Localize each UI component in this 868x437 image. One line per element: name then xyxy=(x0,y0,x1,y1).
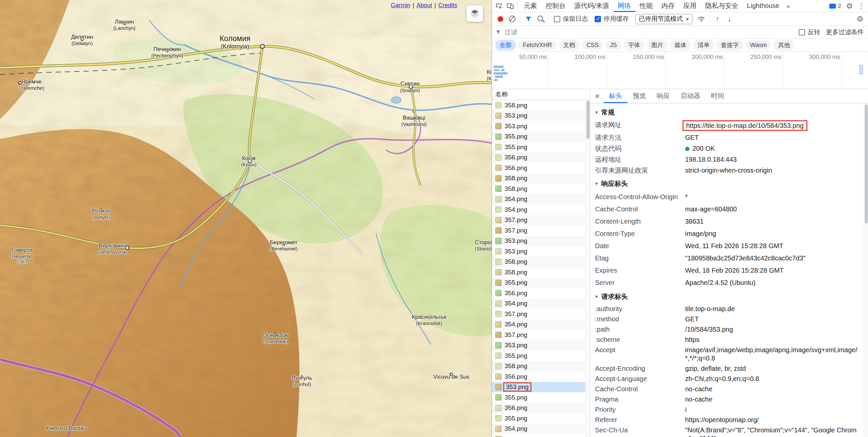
devtools-tab[interactable]: 网络 xyxy=(614,0,636,12)
devtools-menu-kebab-icon[interactable]: ⋮ xyxy=(856,1,867,11)
map-attribution-link[interactable]: Garmin xyxy=(391,2,410,9)
network-request-row[interactable]: 354.png xyxy=(492,299,590,309)
request-type-chip[interactable]: 图片 xyxy=(647,40,668,50)
devtools-tab[interactable]: 控制台 xyxy=(541,0,570,12)
network-request-row[interactable]: 356.png xyxy=(492,403,590,413)
response-headers-section-header[interactable]: ▼ 响应标头 xyxy=(590,176,868,191)
network-request-row[interactable]: 355.png xyxy=(492,413,590,424)
request-headers-section-header[interactable]: ▼ 请求标头 xyxy=(590,289,868,304)
network-request-row[interactable]: 354.png xyxy=(492,319,590,330)
details-tab[interactable]: 标头 xyxy=(603,89,627,103)
import-har-icon[interactable]: ↑ xyxy=(712,13,723,24)
inspect-element-icon[interactable] xyxy=(493,1,504,11)
request-type-chip[interactable]: 媒体 xyxy=(670,40,691,50)
preserve-log-checkbox[interactable] xyxy=(554,16,560,22)
details-tab[interactable]: 启动器 xyxy=(675,89,706,103)
network-request-row[interactable]: 357.png xyxy=(492,330,590,340)
issues-counter[interactable]: 2 xyxy=(827,3,843,10)
request-list-scrollbar[interactable] xyxy=(585,100,590,437)
network-request-row[interactable]: 358.png xyxy=(492,173,590,184)
network-overview-timeline[interactable]: 50,000 ms100,000 ms150,000 ms200,000 ms2… xyxy=(492,52,868,89)
network-request-row[interactable]: 353.png xyxy=(492,111,590,121)
network-request-row[interactable]: 355.png xyxy=(492,131,590,142)
request-type-chip[interactable]: CSS xyxy=(582,40,603,50)
devtools-tab[interactable]: 内存 xyxy=(657,0,679,12)
map-attribution-link[interactable]: Credits xyxy=(434,2,457,9)
network-request-row[interactable]: 358.png xyxy=(492,267,590,278)
network-request-row[interactable]: 354.png xyxy=(492,424,590,434)
layers-control-button[interactable] xyxy=(466,5,483,22)
map-attribution-link[interactable]: About xyxy=(413,2,432,9)
preserve-log-toggle[interactable]: 保留日志 xyxy=(554,14,588,23)
scrollbar-thumb[interactable] xyxy=(865,104,868,224)
network-settings-gear-icon[interactable]: ⚙ xyxy=(855,13,866,24)
network-conditions-button[interactable] xyxy=(696,13,707,24)
details-tab[interactable]: 时间 xyxy=(706,89,730,103)
clear-network-log-button[interactable] xyxy=(506,13,518,24)
devtools-tab[interactable]: 性能 xyxy=(636,0,657,12)
request-type-chip[interactable]: 文档 xyxy=(559,40,580,50)
topo-map-canvas[interactable] xyxy=(0,0,492,437)
network-request-row[interactable]: 357.png xyxy=(492,215,590,226)
more-filters-button[interactable]: 更多过滤条件 xyxy=(826,28,864,36)
disable-cache-checkbox[interactable] xyxy=(595,16,601,22)
map-pane[interactable]: GarminAboutCredits Ланчин (Lanchyn) Деля… xyxy=(0,0,492,437)
details-tab[interactable]: 预览 xyxy=(627,89,651,103)
network-request-row[interactable]: 353.png xyxy=(492,121,590,131)
network-request-row[interactable]: 355.png xyxy=(492,278,590,288)
network-request-row[interactable]: 356.png xyxy=(492,152,590,163)
throttling-select[interactable]: 已停用节流模式 ▾ xyxy=(635,14,692,24)
invert-checkbox[interactable] xyxy=(799,29,805,35)
network-request-row[interactable]: 358.png xyxy=(492,257,590,268)
network-request-row[interactable]: 356.png xyxy=(492,371,590,382)
general-section-header[interactable]: ▼ 常规 xyxy=(590,105,868,120)
request-type-chip[interactable]: Fetch/XHR xyxy=(519,40,556,50)
network-request-row[interactable]: 356.png xyxy=(492,288,590,299)
devtools-tab[interactable]: 元素 xyxy=(520,0,541,12)
network-request-row[interactable]: 358.png xyxy=(492,361,590,372)
network-request-row[interactable]: 353.png xyxy=(492,246,590,257)
filter-input[interactable] xyxy=(504,28,793,36)
request-type-chip[interactable]: Wasm xyxy=(746,40,771,50)
scrollbar-thumb[interactable] xyxy=(586,101,590,139)
search-button[interactable] xyxy=(535,13,546,24)
request-type-chip[interactable]: 套接字 xyxy=(717,40,743,50)
network-request-row[interactable]: 357.png xyxy=(492,225,590,236)
request-type-chip[interactable]: 清单 xyxy=(693,40,714,50)
request-type-chip[interactable]: 其他 xyxy=(774,40,794,50)
disable-cache-toggle[interactable]: 停用缓存 xyxy=(595,14,629,23)
network-request-row[interactable]: 357.png xyxy=(492,309,590,319)
network-toolbar: 保留日志 停用缓存 已停用节流模式 ▾ ↑ ↓ ⚙ xyxy=(492,12,868,26)
devtools-tab[interactable]: 源代码/来源 xyxy=(570,0,614,12)
network-request-row[interactable]: 353.png xyxy=(492,236,590,247)
network-request-row[interactable]: 354.png xyxy=(492,194,590,205)
devtools-tab[interactable]: 应用 xyxy=(679,0,701,12)
network-request-row[interactable]: 355.png xyxy=(492,142,590,152)
export-har-icon[interactable]: ↓ xyxy=(724,13,735,24)
network-request-row[interactable]: 358.png xyxy=(492,100,590,111)
invert-filter-toggle[interactable]: 反转 xyxy=(799,28,820,36)
network-request-row[interactable]: 355.png xyxy=(492,350,590,361)
close-details-icon[interactable]: × xyxy=(591,91,603,101)
settings-gear-icon[interactable]: ⚙ xyxy=(844,1,855,11)
details-tab[interactable]: 响应 xyxy=(651,89,675,103)
filter-toggle-button[interactable] xyxy=(523,13,534,24)
network-request-row[interactable]: 354.png xyxy=(492,205,590,215)
network-request-row[interactable]: 356.png xyxy=(492,163,590,173)
devtools-tab[interactable]: 隐私与安全 xyxy=(701,0,743,12)
request-list-name-column-header[interactable]: 名称 xyxy=(492,89,590,100)
request-type-chip[interactable]: 全部 xyxy=(495,40,516,50)
network-request-row[interactable]: 353.png xyxy=(492,382,590,393)
more-tabs-chevron-icon[interactable]: » xyxy=(783,0,793,12)
details-scrollbar[interactable] xyxy=(864,103,868,437)
record-network-log-button[interactable] xyxy=(495,13,506,24)
network-request-row[interactable]: 358.png xyxy=(492,184,590,194)
devtools-tab[interactable]: Lighthouse xyxy=(743,0,784,12)
header-value-text: Wed, 18 Feb 2026 15:28:28 GMT xyxy=(685,267,784,274)
request-type-chip[interactable]: JS xyxy=(606,40,621,50)
network-request-row[interactable]: 356.png xyxy=(492,434,590,437)
device-toolbar-icon[interactable] xyxy=(504,1,516,11)
network-request-row[interactable]: 355.png xyxy=(492,392,590,403)
network-request-row[interactable]: 353.png xyxy=(492,340,590,351)
request-type-chip[interactable]: 字体 xyxy=(624,40,644,50)
